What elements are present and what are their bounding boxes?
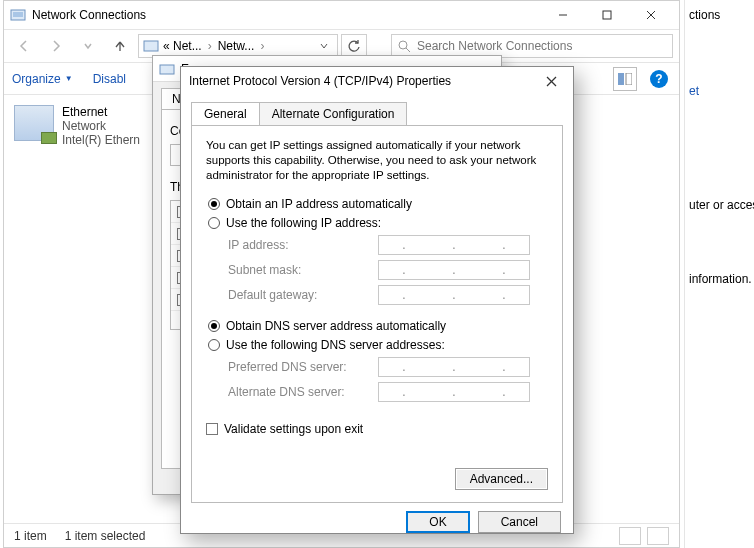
tab-general[interactable]: General — [191, 102, 260, 126]
nav-forward-button[interactable] — [42, 33, 70, 59]
adapter-status: Network — [62, 119, 140, 133]
ipv4-panel: You can get IP settings assigned automat… — [191, 125, 563, 503]
svg-point-7 — [399, 41, 407, 49]
status-count: 1 item — [14, 529, 47, 543]
window-title: Network Connections — [32, 8, 541, 22]
radio-ip-auto[interactable]: Obtain an IP address automatically — [208, 197, 548, 211]
view-large-button[interactable] — [647, 527, 669, 545]
help-icon: ? — [650, 70, 668, 88]
background-window-fragment: ctions et uter or access information. — [684, 0, 754, 548]
status-selected: 1 item selected — [65, 529, 146, 543]
radio-icon — [208, 198, 220, 210]
ipv4-title: Internet Protocol Version 4 (TCP/IPv4) P… — [189, 74, 537, 88]
alternate-dns-label: Alternate DNS server: — [228, 385, 378, 399]
radio-ip-manual[interactable]: Use the following IP address: — [208, 216, 548, 230]
cancel-button[interactable]: Cancel — [478, 511, 561, 533]
nav-up-button[interactable] — [106, 33, 134, 59]
radio-icon — [208, 339, 220, 351]
preferred-dns-label: Preferred DNS server: — [228, 360, 378, 374]
ethernet-adapter-icon — [14, 105, 54, 141]
advanced-button[interactable]: Advanced... — [455, 468, 548, 490]
ipv4-tabs: General Alternate Configuration — [181, 95, 573, 125]
svg-rect-3 — [603, 11, 611, 19]
default-gateway-label: Default gateway: — [228, 288, 378, 302]
checkbox-icon — [206, 423, 218, 435]
search-icon — [398, 40, 411, 53]
close-button[interactable] — [629, 1, 673, 29]
nav-back-button[interactable] — [10, 33, 38, 59]
alternate-dns-input: ... — [378, 382, 530, 402]
ipv4-description: You can get IP settings assigned automat… — [206, 138, 548, 183]
address-icon — [143, 38, 159, 54]
svg-rect-6 — [144, 41, 158, 51]
ok-button[interactable]: OK — [406, 511, 469, 533]
frag-text-2: information. — [685, 270, 754, 288]
breadcrumb-seg-2[interactable]: Netw... — [218, 39, 255, 53]
ipv4-button-row: OK Cancel — [181, 503, 573, 541]
address-dropdown-icon[interactable] — [315, 42, 333, 50]
svg-line-8 — [406, 48, 410, 52]
ip-address-label: IP address: — [228, 238, 378, 252]
subnet-mask-label: Subnet mask: — [228, 263, 378, 277]
adapter-device: Intel(R) Ethern — [62, 133, 140, 147]
svg-rect-10 — [626, 73, 632, 85]
breadcrumb-sep-icon: › — [258, 39, 266, 53]
radio-icon — [208, 217, 220, 229]
radio-dns-manual[interactable]: Use the following DNS server addresses: — [208, 338, 548, 352]
titlebar: Network Connections — [4, 1, 679, 29]
nav-recent-dropdown[interactable] — [74, 33, 102, 59]
view-layout-button[interactable] — [613, 67, 637, 91]
adapter-name: Ethernet — [62, 105, 140, 119]
ethernet-icon — [159, 61, 175, 77]
frag-title: ctions — [685, 6, 754, 24]
caret-down-icon: ▼ — [65, 74, 73, 83]
frag-link[interactable]: et — [685, 82, 754, 100]
search-placeholder: Search Network Connections — [417, 39, 572, 53]
svg-rect-1 — [13, 12, 23, 17]
ipv4-titlebar: Internet Protocol Version 4 (TCP/IPv4) P… — [181, 67, 573, 95]
tab-alternate-configuration[interactable]: Alternate Configuration — [259, 102, 408, 126]
svg-rect-9 — [618, 73, 624, 85]
help-button[interactable]: ? — [647, 67, 671, 91]
disable-button[interactable]: Disabl — [93, 72, 126, 86]
ipv4-close-button[interactable] — [537, 70, 565, 92]
subnet-mask-input: ... — [378, 260, 530, 280]
ipv4-properties-dialog: Internet Protocol Version 4 (TCP/IPv4) P… — [180, 66, 574, 534]
maximize-button[interactable] — [585, 1, 629, 29]
ip-address-input: ... — [378, 235, 530, 255]
default-gateway-input: ... — [378, 285, 530, 305]
svg-rect-11 — [160, 65, 174, 74]
minimize-button[interactable] — [541, 1, 585, 29]
preferred-dns-input: ... — [378, 357, 530, 377]
validate-checkbox[interactable]: Validate settings upon exit — [206, 422, 548, 436]
view-details-button[interactable] — [619, 527, 641, 545]
radio-dns-auto[interactable]: Obtain DNS server address automatically — [208, 319, 548, 333]
breadcrumb-seg-1[interactable]: « Net... — [163, 39, 202, 53]
breadcrumb-sep-icon: › — [206, 39, 214, 53]
frag-text-1: uter or access — [685, 196, 754, 214]
radio-icon — [208, 320, 220, 332]
app-icon — [10, 7, 26, 23]
organize-menu[interactable]: Organize ▼ — [12, 72, 73, 86]
